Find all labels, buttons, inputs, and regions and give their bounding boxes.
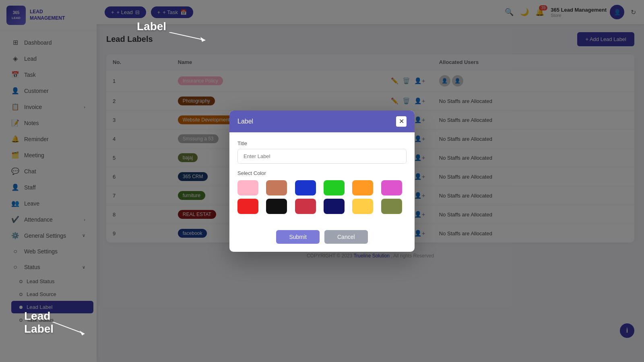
color-swatch-0[interactable]: [237, 180, 258, 195]
cancel-button[interactable]: Cancel: [324, 230, 368, 244]
color-swatch-3[interactable]: [324, 180, 345, 195]
color-swatch-1[interactable]: [266, 180, 287, 195]
color-swatch-9[interactable]: [324, 199, 345, 214]
color-swatch-4[interactable]: [352, 180, 373, 195]
color-section-label: Select Color: [237, 170, 407, 176]
modal-body: Title Select Color: [229, 132, 415, 230]
title-label: Title: [237, 140, 407, 146]
color-swatch-5[interactable]: [381, 180, 402, 195]
color-swatch-7[interactable]: [266, 199, 287, 214]
color-swatch-10[interactable]: [352, 199, 373, 214]
color-swatch-8[interactable]: [295, 199, 316, 214]
title-input[interactable]: [237, 149, 407, 164]
submit-button[interactable]: Submit: [276, 230, 320, 244]
color-swatch-11[interactable]: [381, 199, 402, 214]
modal-close-button[interactable]: ✕: [396, 116, 407, 127]
modal-header: Label ✕: [229, 111, 415, 132]
svg-line-2: [52, 322, 85, 334]
label-modal: Label ✕ Title Select Color Submit Cancel: [229, 111, 415, 252]
title-form-group: Title: [237, 140, 407, 164]
lead-label-arrow: [52, 322, 101, 346]
color-swatch-6[interactable]: [237, 199, 258, 214]
callout-arrow: [169, 32, 217, 56]
color-section: Select Color: [237, 170, 407, 214]
color-grid: [237, 180, 407, 214]
color-swatch-2[interactable]: [295, 180, 316, 195]
modal-footer: Submit Cancel: [229, 230, 415, 252]
modal-title: Label: [237, 118, 253, 125]
svg-line-0: [169, 32, 205, 40]
modal-overlay: Label Lead Label Label ✕ Title Select Co…: [0, 0, 644, 362]
lead-label-callout-text: Lead Label: [24, 310, 54, 335]
label-callout-text: Label: [137, 20, 166, 33]
svg-marker-3: [80, 331, 85, 335]
